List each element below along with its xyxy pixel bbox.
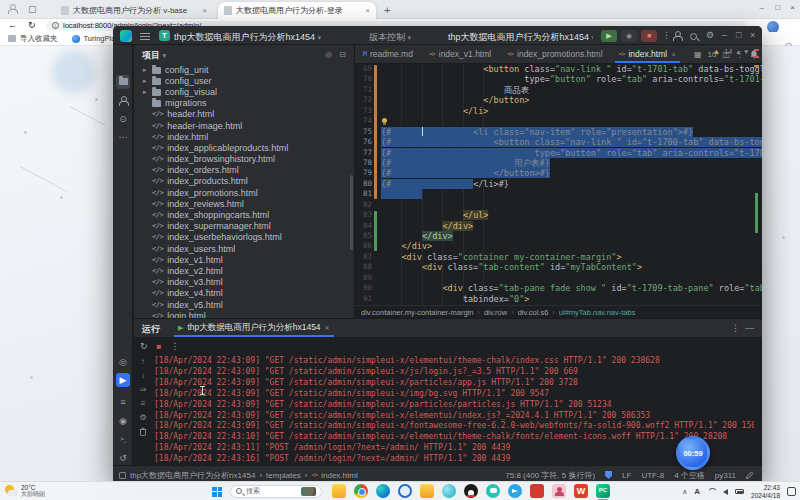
ide-maximize-button[interactable]: □ bbox=[736, 30, 741, 40]
tree-scrollbar[interactable] bbox=[350, 175, 353, 250]
speaker-icon[interactable] bbox=[723, 489, 728, 495]
encoding-widget[interactable]: UTF-8 bbox=[641, 471, 664, 480]
tree-item-index_v1-html[interactable]: </>index_v1.html bbox=[134, 254, 355, 265]
taskbar-app-contact[interactable] bbox=[552, 484, 566, 498]
battery-icon[interactable] bbox=[735, 489, 744, 494]
interpreter-widget[interactable]: py311 bbox=[715, 471, 736, 480]
code-editor[interactable]: 69 <button class="nav-link " id="t-1701-… bbox=[355, 64, 762, 305]
tree-item-index_shoppingcarts-html[interactable]: </>index_shoppingcarts.html bbox=[134, 209, 355, 220]
tab-close-icon[interactable]: × bbox=[671, 50, 676, 59]
tree-item-index_v2-html[interactable]: </>index_v2.html bbox=[134, 265, 355, 276]
tree-item-config_user[interactable]: ▸config_user bbox=[134, 75, 355, 86]
browser-tab[interactable]: 大数据电商用户行为分析-登录× bbox=[218, 2, 376, 19]
console-output[interactable]: [18/Apr/2024 22:43:09] "GET /static/admi… bbox=[154, 356, 754, 464]
stripe-structure-icon[interactable] bbox=[116, 94, 130, 108]
tree-item-index_promotions-html[interactable]: </>index_promotions.html bbox=[134, 187, 355, 198]
ide-minimize-button[interactable]: – bbox=[722, 30, 727, 40]
stripe-more-icon[interactable]: ⋯ bbox=[116, 130, 130, 144]
console-stop-icon[interactable]: ■ bbox=[157, 342, 162, 351]
run-tab-close-icon[interactable]: × bbox=[325, 323, 330, 333]
tree-item-login-html[interactable]: </>login.html bbox=[134, 310, 355, 318]
tab-close-icon[interactable]: × bbox=[365, 6, 370, 15]
browser-maximize-button[interactable]: □ bbox=[775, 3, 780, 12]
taskbar-app-folder[interactable] bbox=[420, 484, 434, 498]
locate-file-icon[interactable]: ◎ bbox=[325, 50, 332, 59]
taskbar-app-qq[interactable] bbox=[464, 484, 478, 498]
breadcrumb-item[interactable]: div.container.my-container-margin bbox=[361, 308, 473, 317]
tree-item-index_v5-html[interactable]: </>index_v5.html bbox=[134, 299, 355, 310]
run-button[interactable]: ▶ bbox=[601, 30, 617, 42]
taskbar-app-blue[interactable] bbox=[398, 484, 412, 498]
search-everywhere-icon[interactable] bbox=[690, 32, 697, 42]
chevron-right-icon[interactable]: ▸ bbox=[143, 66, 151, 74]
breadcrumb-item[interactable]: ul#myTab.nav.nav-tabs bbox=[559, 308, 636, 317]
new-tab-button[interactable]: + bbox=[384, 4, 390, 16]
editor-tab-readme-md[interactable]: Mreadme.md bbox=[355, 45, 421, 63]
tree-item-index-html[interactable]: </>index.html bbox=[134, 131, 355, 142]
chevron-right-icon[interactable]: ▸ bbox=[143, 88, 151, 96]
stripe-run-icon[interactable]: ▶ bbox=[116, 373, 130, 387]
tree-item-header-image-html[interactable]: </>header-image.html bbox=[134, 120, 355, 131]
tree-item-index_products-html[interactable]: </>index_products.html bbox=[134, 176, 355, 187]
tree-item-index_v4-html[interactable]: </>index_v4.html bbox=[134, 288, 355, 299]
reload-icon[interactable]: ↻ bbox=[28, 20, 36, 30]
stripe-profiler-icon[interactable]: ◉ bbox=[116, 414, 130, 428]
run-config-selector[interactable]: thp大数据电商用户行为分析hx1454 ▾ bbox=[448, 31, 593, 44]
browser-close-button[interactable]: × bbox=[790, 3, 795, 12]
tree-item-index_reviews-html[interactable]: </>index_reviews.html bbox=[134, 198, 355, 209]
status-breadcrumb[interactable]: thp大数据电商用户行为分析hx1454› templates› <> inde… bbox=[119, 470, 358, 481]
caret-position-widget[interactable]: 75:8 (400 字符, 5 换行符) bbox=[505, 470, 595, 481]
taskbar-app-chrome[interactable] bbox=[354, 484, 368, 498]
taskbar-app-explorer[interactable] bbox=[332, 484, 346, 498]
tree-item-index_browsinghistory-html[interactable]: </>index_browsinghistory.html bbox=[134, 154, 355, 165]
bookmark-import[interactable]: 导入收藏夹 bbox=[8, 34, 58, 44]
tab-close-icon[interactable]: × bbox=[202, 6, 207, 15]
more-actions-icon[interactable]: ⋮ bbox=[662, 30, 671, 40]
editor-tab-index_v1-html[interactable]: <>index_v1.html bbox=[421, 45, 499, 63]
back-icon[interactable]: ← bbox=[8, 20, 17, 30]
tree-item-migrations[interactable]: migrations bbox=[134, 98, 355, 109]
inspections-widget[interactable]: ▲14▴▾ bbox=[713, 47, 748, 56]
editor-error-stripe[interactable] bbox=[754, 45, 759, 286]
tree-item-index_v3-html[interactable]: </>index_v3.html bbox=[134, 277, 355, 288]
console-down-icon[interactable]: ↓ bbox=[141, 371, 145, 380]
clock-widget[interactable]: 22:43 2024/4/18 bbox=[751, 484, 780, 499]
notification-center-icon[interactable] bbox=[787, 487, 796, 496]
tree-item-index_orders-html[interactable]: </>index_orders.html bbox=[134, 165, 355, 176]
project-selector[interactable]: thp大数据电商用户行为分析hx1454 ▾ bbox=[174, 31, 321, 44]
stop-button[interactable]: ■ bbox=[641, 30, 657, 42]
stripe-services-icon[interactable]: ≡ bbox=[116, 395, 130, 409]
code-with-me-icon[interactable] bbox=[673, 31, 681, 41]
edit-pencil-icon[interactable] bbox=[746, 471, 754, 479]
tree-item-index_supermanager-html[interactable]: </>index_supermanager.html bbox=[134, 221, 355, 232]
start-button[interactable] bbox=[212, 487, 222, 497]
vcs-menu[interactable]: 版本控制 ▾ bbox=[369, 31, 411, 44]
console-more-icon[interactable]: ⋮ bbox=[170, 341, 179, 351]
console-clear-icon[interactable] bbox=[139, 427, 147, 438]
browser-profile-icon[interactable] bbox=[8, 4, 16, 14]
editor-tab-index-html[interactable]: <>index.html× bbox=[611, 45, 684, 63]
stripe-target-icon[interactable]: ◎ bbox=[116, 355, 130, 369]
intention-bulb-icon[interactable] bbox=[382, 118, 387, 123]
tree-item-index_applicableproducts-html[interactable]: </>index_applicableproducts.html bbox=[134, 142, 355, 153]
debug-button[interactable]: ◉ bbox=[621, 30, 637, 42]
taskbar-app-pycharm[interactable] bbox=[596, 484, 610, 498]
taskbar-app-chat[interactable] bbox=[486, 484, 500, 498]
stripe-project-icon[interactable] bbox=[116, 75, 130, 89]
breadcrumb-item[interactable]: div.col.s6 bbox=[518, 308, 549, 317]
tree-item-header-html[interactable]: </>header.html bbox=[134, 109, 355, 120]
weather-widget[interactable]: 20°C大部晴朗 bbox=[5, 484, 45, 498]
console-settings-icon[interactable]: ⚙ bbox=[139, 413, 146, 422]
line-separator-widget[interactable]: LF bbox=[622, 471, 631, 480]
ide-close-button[interactable]: × bbox=[750, 30, 755, 40]
tree-item-index_userbehaviorlogs-html[interactable]: </>index_userbehaviorlogs.html bbox=[134, 232, 355, 243]
recording-timer-overlay[interactable]: 00:59 bbox=[676, 436, 710, 470]
breadcrumb-item[interactable]: div.row bbox=[484, 308, 507, 317]
indent-widget[interactable]: 4 个空格 bbox=[674, 470, 705, 481]
browser-tab[interactable]: 大数据电商用户行为分析 v-base× bbox=[55, 2, 213, 19]
chevron-right-icon[interactable]: ▸ bbox=[143, 77, 151, 85]
grid-view-icon[interactable]: ▦ bbox=[694, 50, 702, 59]
stripe-history-icon[interactable]: ↺ bbox=[116, 451, 130, 465]
console-up-icon[interactable]: ↑ bbox=[141, 357, 145, 366]
taskbar-app-tg[interactable] bbox=[508, 484, 522, 498]
